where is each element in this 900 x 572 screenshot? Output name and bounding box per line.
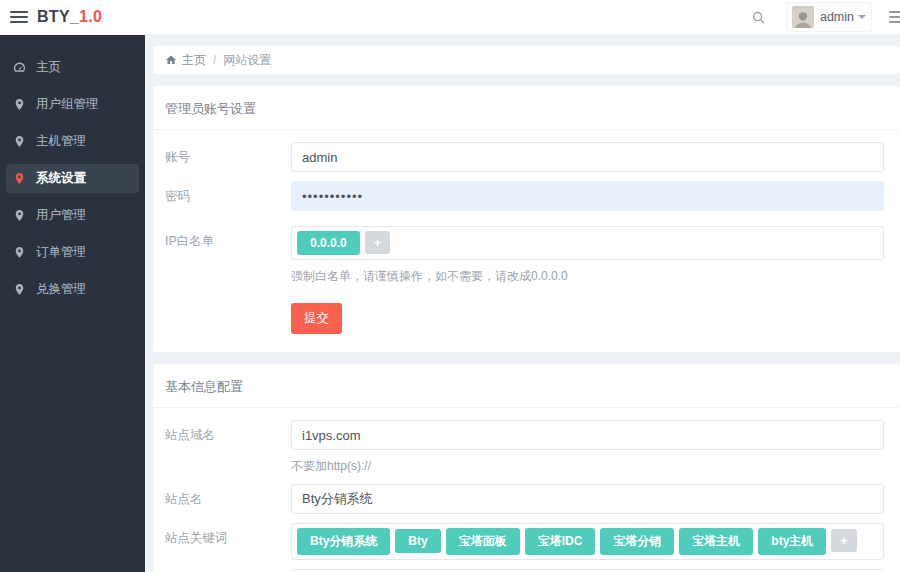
sidebar-item-label: 兑换管理 xyxy=(36,281,86,298)
keyword-tag[interactable]: 宝塔面板 xyxy=(446,528,520,555)
domain-row: 站点域名 不要加http(s):// xyxy=(153,420,900,475)
admin-card-title: 管理员账号设置 xyxy=(153,86,900,130)
password-input[interactable] xyxy=(291,181,884,211)
keyword-tag[interactable]: Bty分销系统 xyxy=(297,528,390,555)
basic-card-title: 基本信息配置 xyxy=(153,364,900,408)
map-pin-icon xyxy=(12,208,27,223)
search-icon[interactable] xyxy=(746,4,772,30)
user-avatar xyxy=(792,6,814,28)
sidebar-item-users[interactable]: 用户管理 xyxy=(6,201,139,230)
sidebar-item-label: 用户管理 xyxy=(36,207,86,224)
logo-version: 1.0 xyxy=(79,8,102,25)
app-logo[interactable]: BTY_1.0 xyxy=(37,8,102,26)
header-right-group: admin xyxy=(746,0,900,34)
sidebar-toggle-icon[interactable] xyxy=(10,11,28,23)
password-label: 密码 xyxy=(165,181,291,205)
ip-whitelist-tagbox[interactable]: 0.0.0.0+ xyxy=(291,226,884,260)
username-label: admin xyxy=(820,10,854,24)
add-ip-button[interactable]: + xyxy=(365,231,391,254)
sidebar-item-label: 系统设置 xyxy=(36,170,86,187)
main-content: 主页 / 网站设置 管理员账号设置 账号 密码 xyxy=(145,35,900,572)
ip-whitelist-label: IP白名单 xyxy=(165,226,291,250)
sidebar-item-user-groups[interactable]: 用户组管理 xyxy=(6,90,139,119)
account-label: 账号 xyxy=(165,142,291,166)
keyword-tag[interactable]: bty主机 xyxy=(758,528,826,555)
breadcrumb-separator: / xyxy=(213,53,216,67)
map-pin-icon xyxy=(12,245,27,260)
sidebar-item-redeem[interactable]: 兑换管理 xyxy=(6,275,139,304)
breadcrumb: 主页 / 网站设置 xyxy=(153,46,900,74)
sidebar-nav: 主页 用户组管理 主机管理 系统设置 用户管理 xyxy=(0,35,145,572)
keyword-tag[interactable]: 宝塔分销 xyxy=(600,528,674,555)
sidebar-item-orders[interactable]: 订单管理 xyxy=(6,238,139,267)
keywords-tagbox[interactable]: Bty分销系统Bty宝塔面板宝塔IDC宝塔分销宝塔主机bty主机+ xyxy=(291,523,884,560)
ip-whitelist-help: 强制白名单，请谨慎操作，如不需要，请改成0.0.0.0 xyxy=(291,268,884,285)
keywords-label: 站点关键词 xyxy=(165,523,291,547)
logo-primary: BTY_ xyxy=(37,8,79,25)
map-pin-icon xyxy=(12,282,27,297)
ip-tag[interactable]: 0.0.0.0 xyxy=(297,231,360,255)
sidebar-item-system-settings[interactable]: 系统设置 xyxy=(6,164,139,193)
chevron-down-icon xyxy=(858,15,866,19)
breadcrumb-current: 网站设置 xyxy=(223,52,271,69)
keywords-row: 站点关键词 Bty分销系统Bty宝塔面板宝塔IDC宝塔分销宝塔主机bty主机+ xyxy=(153,523,900,560)
user-menu[interactable]: admin xyxy=(786,2,872,32)
sidebar-item-label: 主页 xyxy=(36,59,61,76)
map-pin-icon xyxy=(12,134,27,149)
keyword-tag[interactable]: 宝塔主机 xyxy=(679,528,753,555)
sidebar-item-label: 订单管理 xyxy=(36,244,86,261)
sitename-label: 站点名 xyxy=(165,484,291,508)
sidebar-item-label: 主机管理 xyxy=(36,133,86,150)
sitename-row: 站点名 xyxy=(153,484,900,514)
top-header: BTY_1.0 admin xyxy=(0,0,900,35)
map-pin-icon xyxy=(12,171,27,186)
map-pin-icon xyxy=(12,97,27,112)
admin-card-body: 账号 密码 IP白名单 0.0.0.0+ xyxy=(153,130,900,352)
domain-label: 站点域名 xyxy=(165,420,291,444)
admin-submit-button[interactable]: 提交 xyxy=(291,303,342,334)
breadcrumb-home-link[interactable]: 主页 xyxy=(182,52,206,69)
basic-card-body: 站点域名 不要加http(s):// 站点名 站点关键词 xyxy=(153,408,900,572)
admin-account-card: 管理员账号设置 账号 密码 IP白名单 xyxy=(153,86,900,352)
add-keyword-button[interactable]: + xyxy=(831,529,857,552)
ip-whitelist-row: IP白名单 0.0.0.0+ 强制白名单，请谨慎操作，如不需要，请改成0.0.0… xyxy=(153,226,900,285)
control-sidebar-toggle-icon[interactable] xyxy=(889,11,900,23)
home-icon xyxy=(165,54,177,66)
sidebar-item-home[interactable]: 主页 xyxy=(6,53,139,82)
basic-info-card: 基本信息配置 站点域名 不要加http(s):// 站点名 站点关 xyxy=(153,364,900,572)
password-row: 密码 xyxy=(153,181,900,211)
sidebar-item-label: 用户组管理 xyxy=(36,96,99,113)
account-row: 账号 xyxy=(153,142,900,172)
domain-input[interactable] xyxy=(291,420,884,450)
domain-help: 不要加http(s):// xyxy=(291,458,884,475)
dashboard-icon xyxy=(12,60,27,75)
keyword-tag[interactable]: Bty xyxy=(395,529,440,553)
admin-panel-app: BTY_1.0 admin xyxy=(0,0,900,572)
keyword-tag[interactable]: 宝塔IDC xyxy=(525,528,596,555)
sidebar-item-hosts[interactable]: 主机管理 xyxy=(6,127,139,156)
admin-submit-row: 提交 xyxy=(153,303,900,334)
account-input[interactable] xyxy=(291,142,884,172)
sitename-input[interactable] xyxy=(291,484,884,514)
